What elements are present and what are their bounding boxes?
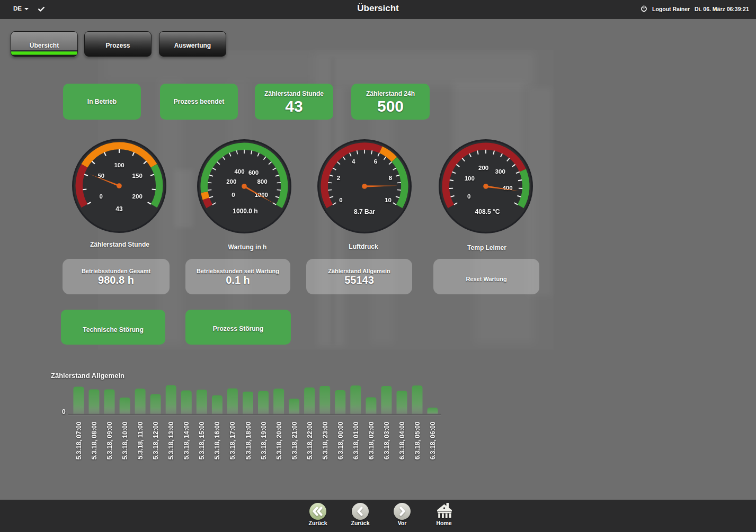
svg-text:5.3.18, 19:00: 5.3.18, 19:00 <box>260 421 268 459</box>
svg-text:6.3.18, 02:00: 6.3.18, 02:00 <box>368 421 375 459</box>
svg-text:6.3.18, 06:00: 6.3.18, 06:00 <box>429 421 437 459</box>
svg-text:5.3.18, 07:00: 5.3.18, 07:00 <box>75 421 83 459</box>
svg-text:5.3.18, 16:00: 5.3.18, 16:00 <box>214 421 221 459</box>
svg-text:Zählerstand Allgemein: Zählerstand Allgemein <box>51 372 124 380</box>
svg-text:5.3.18, 10:00: 5.3.18, 10:00 <box>121 421 129 459</box>
svg-text:5.3.18, 18:00: 5.3.18, 18:00 <box>245 421 252 459</box>
svg-text:5.3.18, 12:00: 5.3.18, 12:00 <box>152 421 159 459</box>
svg-text:0: 0 <box>62 408 66 416</box>
svg-text:6.3.18, 05:00: 6.3.18, 05:00 <box>414 421 421 459</box>
svg-text:5.3.18, 23:00: 5.3.18, 23:00 <box>322 421 329 459</box>
svg-text:5.3.18, 20:00: 5.3.18, 20:00 <box>275 421 283 459</box>
svg-text:5.3.18, 15:00: 5.3.18, 15:00 <box>198 421 206 459</box>
svg-text:6.3.18, 01:00: 6.3.18, 01:00 <box>352 421 360 459</box>
svg-text:5.3.18, 13:00: 5.3.18, 13:00 <box>167 421 175 459</box>
svg-text:5.3.18, 11:00: 5.3.18, 11:00 <box>137 421 144 459</box>
svg-text:5.3.18, 21:00: 5.3.18, 21:00 <box>291 421 298 459</box>
svg-text:6.3.18, 03:00: 6.3.18, 03:00 <box>383 421 390 459</box>
svg-text:5.3.18, 09:00: 5.3.18, 09:00 <box>106 421 113 459</box>
svg-text:6.3.18, 04:00: 6.3.18, 04:00 <box>398 421 406 459</box>
svg-text:6.3.18, 00:00: 6.3.18, 00:00 <box>337 421 344 459</box>
svg-text:5.3.18, 22:00: 5.3.18, 22:00 <box>306 421 314 459</box>
svg-text:5.3.18, 08:00: 5.3.18, 08:00 <box>91 421 98 459</box>
svg-text:5.3.18, 14:00: 5.3.18, 14:00 <box>183 421 190 459</box>
svg-text:5.3.18, 17:00: 5.3.18, 17:00 <box>229 421 236 459</box>
